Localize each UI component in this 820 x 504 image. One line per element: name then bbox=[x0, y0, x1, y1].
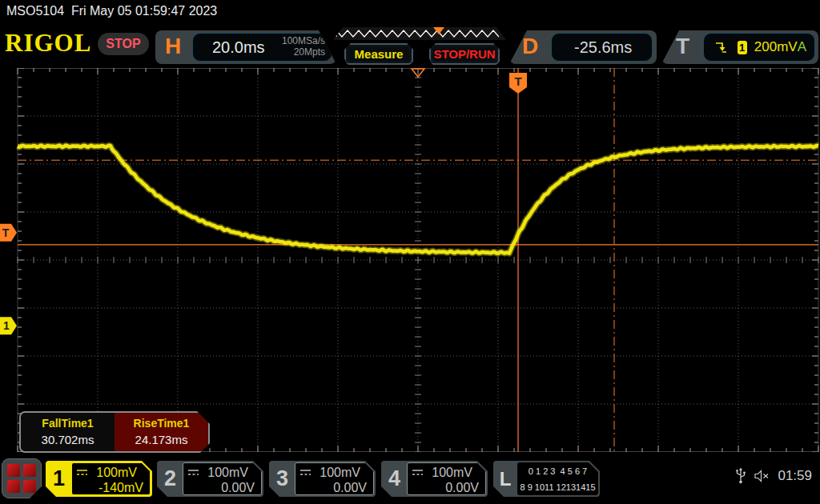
run-state-badge: STOP bbox=[98, 33, 149, 55]
digital-label: L bbox=[493, 461, 517, 497]
delay-value: -25.6ms bbox=[574, 38, 632, 57]
model-and-datetime: MSO5104 Fri May 05 01:59:47 2023 bbox=[6, 4, 217, 18]
measurement-risetime[interactable]: RiseTime1 24.173ms bbox=[115, 413, 208, 451]
dc-coupling-icon bbox=[187, 468, 200, 477]
channel-panel: 100mV -140mV bbox=[71, 462, 151, 495]
measurement-value: 24.173ms bbox=[115, 433, 208, 446]
delay-panel[interactable]: -25.6ms bbox=[551, 33, 653, 62]
channel-number: 4 bbox=[381, 461, 408, 497]
bottombar: 1 100mV -140mV 2 bbox=[0, 456, 820, 504]
delay-label: D bbox=[522, 34, 538, 59]
channel-scale: 100mV bbox=[96, 465, 137, 480]
channel-scale: 100mV bbox=[320, 465, 360, 480]
measurement-name: RiseTime1 bbox=[115, 417, 208, 430]
channel-scale: 100mV bbox=[432, 465, 472, 480]
memory-depth: 20Mpts bbox=[282, 47, 325, 58]
digital-channels-badge[interactable]: L 0 1 2 3 4 5 6 7 8 9 1011 12131415 bbox=[493, 461, 600, 497]
red-square-icon bbox=[7, 464, 20, 477]
channel-1-zero-marker: 1 bbox=[0, 317, 17, 334]
dc-coupling-icon bbox=[299, 468, 312, 477]
measurement-name: FallTime1 bbox=[21, 417, 115, 430]
toolbar: RIGOL STOP H 20.0ms 100MSa/s 20Mpts Meas… bbox=[0, 24, 820, 68]
grid-menu-button[interactable] bbox=[2, 458, 42, 498]
channel-panel: 100mV 0.00V bbox=[295, 462, 374, 495]
svg-text:1: 1 bbox=[3, 319, 10, 332]
channel-scale: 100mV bbox=[207, 465, 248, 480]
trigger-mode-auto: A bbox=[798, 39, 806, 55]
trigger-settings-block[interactable]: T 1 200mV A bbox=[661, 30, 818, 64]
channel-4-badge[interactable]: 4 100mV 0.00V bbox=[381, 461, 488, 497]
channel-1-badge[interactable]: 1 100mV -140mV bbox=[46, 461, 152, 497]
channel-3-badge[interactable]: 3 100mV 0.00V bbox=[269, 461, 376, 497]
channel-panel: 100mV 0.00V bbox=[407, 462, 486, 495]
sound-muted-icon bbox=[754, 470, 770, 482]
dc-coupling-icon bbox=[76, 468, 89, 477]
digital-panel: 0 1 2 3 4 5 6 7 8 9 1011 12131415 bbox=[517, 462, 598, 495]
channel-number: 3 bbox=[269, 461, 295, 497]
red-square-icon bbox=[23, 480, 36, 493]
svg-text:T: T bbox=[514, 74, 521, 88]
svg-text:T: T bbox=[2, 226, 10, 239]
delay-settings-block[interactable]: D -25.6ms bbox=[509, 30, 657, 64]
channel-offset: -140mV bbox=[76, 480, 145, 495]
channel-offset: 0.00V bbox=[412, 480, 480, 495]
horizontal-settings-block[interactable]: H 20.0ms 100MSa/s 20Mpts bbox=[155, 30, 336, 64]
digital-row2: 8 9 1011 12131415 bbox=[521, 482, 596, 492]
measurement-results-box[interactable]: FallTime1 30.702ms RiseTime1 24.173ms bbox=[19, 411, 210, 453]
channel-number: 2 bbox=[157, 461, 183, 497]
trigger-panel[interactable]: 1 200mV A bbox=[703, 33, 815, 62]
channel-offset: 0.00V bbox=[299, 480, 368, 495]
titlebar: MSO5104 Fri May 05 01:59:47 2023 bbox=[0, 0, 820, 24]
clock-time: 01:59 bbox=[778, 468, 812, 484]
red-square-icon bbox=[7, 480, 20, 493]
trigger-source-badge: 1 bbox=[738, 41, 747, 54]
waveform-display-area[interactable]: TT1 bbox=[0, 68, 820, 452]
measurement-value: 30.702ms bbox=[21, 433, 115, 446]
red-square-icon bbox=[23, 464, 36, 477]
trigger-position-flag: T bbox=[509, 73, 527, 94]
dc-coupling-icon bbox=[412, 468, 424, 477]
stop-run-button[interactable]: STOP/RUN bbox=[429, 43, 500, 65]
channel-offset: 0.00V bbox=[187, 480, 256, 495]
falling-edge-icon bbox=[713, 40, 726, 54]
trigger-level-value: 200mV bbox=[754, 39, 798, 55]
digital-row1: 0 1 2 3 4 5 6 7 bbox=[529, 466, 587, 476]
channel-number: 1 bbox=[46, 461, 72, 497]
rigol-logo: RIGOL bbox=[5, 29, 91, 58]
measurement-falltime[interactable]: FallTime1 30.702ms bbox=[21, 413, 115, 451]
trigger-label: T bbox=[676, 34, 689, 59]
sample-rate: 100MSa/s bbox=[282, 36, 325, 47]
channel-panel: 100mV 0.00V bbox=[183, 462, 262, 495]
status-area: 01:59 bbox=[735, 467, 812, 485]
horizontal-panel[interactable]: 20.0ms 100MSa/s 20Mpts bbox=[192, 33, 332, 62]
channel-2-badge[interactable]: 2 100mV 0.00V bbox=[157, 461, 263, 497]
waveform-overview-zigzag bbox=[333, 27, 506, 40]
memory-position-marker[interactable] bbox=[433, 27, 444, 34]
timebase-value: 20.0ms bbox=[212, 38, 265, 57]
memory-position-bar[interactable] bbox=[333, 27, 506, 40]
oscilloscope-screen: MSO5104 Fri May 05 01:59:47 2023 RIGOL S… bbox=[0, 0, 820, 504]
usb-icon bbox=[735, 467, 746, 485]
horizontal-label: H bbox=[165, 34, 181, 59]
measure-button[interactable]: Measure bbox=[344, 43, 413, 65]
trigger-level-marker: T bbox=[0, 224, 17, 242]
acquisition-info: 100MSa/s 20Mpts bbox=[282, 36, 325, 58]
